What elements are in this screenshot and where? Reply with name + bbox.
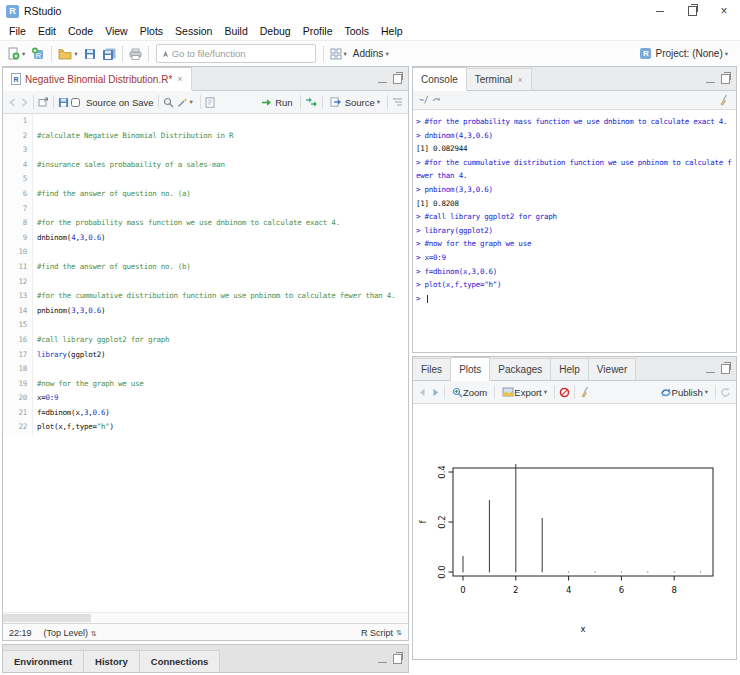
- forward-icon[interactable]: [20, 98, 29, 107]
- tab-connections[interactable]: Connections: [140, 650, 221, 672]
- svg-text:0: 0: [460, 585, 465, 595]
- maximize-pane-icon[interactable]: [721, 364, 730, 374]
- tab-console[interactable]: Console: [413, 67, 467, 91]
- code-line: 14pnbinom(3,3,0.6): [3, 304, 408, 319]
- file-type-selector[interactable]: R Script⇅: [361, 628, 402, 638]
- editor-toolbar: Source on Save ▾ Run Source: [3, 91, 408, 114]
- popout-icon[interactable]: [38, 97, 49, 107]
- zoom-plot-button[interactable]: Zoom: [449, 382, 490, 402]
- code-tools-button[interactable]: ▾: [174, 92, 196, 112]
- plots-toolbar: Zoom Export ▾ Publish ▾: [413, 381, 736, 404]
- tab-viewer[interactable]: Viewer: [589, 358, 636, 380]
- line-number: 4: [3, 158, 33, 173]
- line-number: 19: [3, 377, 33, 392]
- code-line: 10: [3, 245, 408, 260]
- tab-files[interactable]: Files: [413, 358, 451, 380]
- run-button[interactable]: Run: [258, 92, 295, 112]
- clear-console-broom-icon[interactable]: [718, 94, 730, 106]
- publish-label: Publish: [672, 387, 703, 398]
- code-line: 8#for the probability mass function we u…: [3, 216, 408, 231]
- menu-plots[interactable]: Plots: [134, 25, 169, 37]
- line-number: 18: [3, 362, 33, 377]
- run-label: Run: [275, 97, 292, 108]
- menu-profile[interactable]: Profile: [297, 25, 339, 37]
- compile-report-icon[interactable]: [205, 97, 215, 108]
- tab-plots[interactable]: Plots: [451, 357, 490, 381]
- source-tabstrip: R Negative Binomial Distribution.R* ×: [3, 67, 408, 91]
- console-line: >: [416, 292, 736, 306]
- save-button[interactable]: [81, 44, 99, 64]
- open-file-button[interactable]: ▾: [55, 44, 80, 64]
- save-icon: [84, 48, 96, 60]
- minimize-button[interactable]: [644, 0, 676, 22]
- goto-directory-icon[interactable]: [432, 96, 441, 104]
- source-button[interactable]: Source ▾: [327, 92, 383, 112]
- publish-button[interactable]: Publish ▾: [657, 382, 711, 402]
- maximize-pane-icon[interactable]: [393, 654, 402, 664]
- clear-all-plots-broom-icon[interactable]: [579, 386, 591, 398]
- tab-history[interactable]: History: [84, 650, 140, 672]
- console-output[interactable]: > #for the probability mass function we …: [413, 110, 736, 305]
- maximize-pane-icon[interactable]: [721, 74, 730, 84]
- menu-session[interactable]: Session: [169, 25, 218, 37]
- menu-tools[interactable]: Tools: [338, 25, 375, 37]
- next-plot-icon[interactable]: [431, 388, 440, 397]
- project-selector[interactable]: R Project: (None) ▾: [640, 48, 736, 59]
- source-on-save-checkbox[interactable]: [71, 98, 80, 107]
- scrollbar-thumb[interactable]: [3, 614, 91, 622]
- addins-button[interactable]: Addins ▾: [350, 44, 392, 64]
- minimize-pane-icon[interactable]: [706, 369, 715, 373]
- menu-code[interactable]: Code: [62, 25, 99, 37]
- console-line: > #now for the graph we use: [416, 237, 736, 251]
- menu-view[interactable]: View: [99, 25, 134, 37]
- editor-statusbar: 22:19 (Top Level)⇅ R Script⇅: [3, 623, 408, 641]
- tab-terminal[interactable]: Terminal×: [467, 68, 532, 90]
- export-plot-button[interactable]: Export ▾: [499, 382, 550, 402]
- menu-file[interactable]: File: [3, 25, 32, 37]
- print-button[interactable]: [126, 44, 145, 64]
- editor-hscrollbar[interactable]: [3, 612, 408, 623]
- minimize-pane-icon[interactable]: [378, 659, 387, 663]
- scope-selector[interactable]: (Top Level)⇅: [44, 628, 97, 638]
- save-icon[interactable]: [58, 97, 69, 108]
- back-icon[interactable]: [8, 98, 17, 107]
- close-tab-icon[interactable]: ×: [177, 74, 182, 84]
- document-outline-icon[interactable]: [392, 97, 403, 107]
- code-line: 13#for the cummulative distribution func…: [3, 289, 408, 304]
- find-replace-icon[interactable]: [163, 97, 174, 108]
- svg-text:6: 6: [619, 585, 624, 595]
- minimize-pane-icon[interactable]: [706, 79, 715, 83]
- previous-plot-icon[interactable]: [418, 388, 427, 397]
- tab-packages[interactable]: Packages: [490, 358, 551, 380]
- menu-debug[interactable]: Debug: [254, 25, 297, 37]
- environment-pane: EnvironmentHistoryConnections: [2, 644, 409, 673]
- line-number: 2: [3, 129, 33, 144]
- addins-grid-button[interactable]: ▾: [327, 44, 350, 64]
- menu-build[interactable]: Build: [218, 25, 253, 37]
- tab-help[interactable]: Help: [551, 358, 589, 380]
- minimize-pane-icon[interactable]: [378, 79, 387, 83]
- r-script-icon: R: [11, 73, 21, 85]
- code-line: 2#calculate Negative Binomial Distributi…: [3, 129, 408, 144]
- source-label: Source: [345, 97, 375, 108]
- remove-plot-icon[interactable]: [559, 387, 570, 398]
- line-number: 21: [3, 406, 33, 421]
- menu-edit[interactable]: Edit: [32, 25, 62, 37]
- menu-help[interactable]: Help: [375, 25, 409, 37]
- restore-button[interactable]: [676, 0, 708, 22]
- new-project-button[interactable]: R: [28, 44, 48, 64]
- text-cursor: [427, 295, 428, 303]
- new-file-button[interactable]: ▾: [4, 44, 28, 64]
- close-tab-icon[interactable]: ×: [518, 75, 523, 85]
- refresh-icon[interactable]: [720, 387, 731, 398]
- environment-pane-controls: [372, 645, 408, 672]
- maximize-pane-icon[interactable]: [393, 74, 402, 84]
- close-button[interactable]: ×: [708, 0, 740, 22]
- tab-environment[interactable]: Environment: [3, 650, 84, 672]
- console-pane-controls: [700, 67, 736, 90]
- goto-file-input[interactable]: [170, 47, 311, 60]
- code-editor[interactable]: 12#calculate Negative Binomial Distribut…: [3, 114, 408, 612]
- tab-source-file[interactable]: R Negative Binomial Distribution.R* ×: [3, 67, 192, 91]
- save-all-button[interactable]: [99, 44, 119, 64]
- rerun-icon[interactable]: [305, 97, 318, 107]
